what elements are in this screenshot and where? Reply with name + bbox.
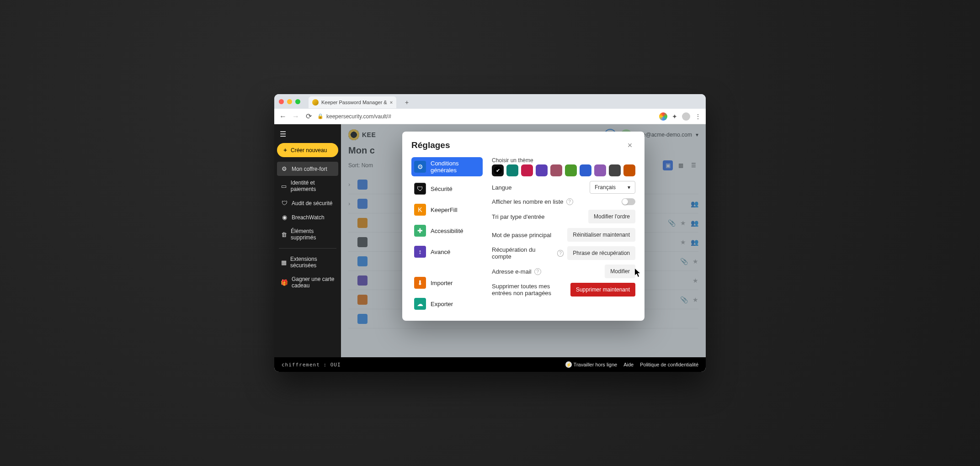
grid-icon: ▦ bbox=[281, 259, 287, 266]
theme-swatch[interactable] bbox=[521, 164, 533, 176]
sidebar-item-label: Mon coffre-fort bbox=[292, 166, 327, 172]
sidebar-item-identity[interactable]: ▭ Identité et paiements bbox=[277, 176, 338, 196]
language-select[interactable]: Français ▾ bbox=[590, 181, 635, 194]
extension-icon[interactable] bbox=[659, 112, 667, 121]
extensions-menu-icon[interactable]: ✦ bbox=[672, 113, 677, 120]
lock-icon: 🔒 bbox=[317, 113, 324, 119]
theme-swatch[interactable] bbox=[565, 164, 577, 176]
chrome-extensions: ✦ ⋮ bbox=[659, 112, 701, 121]
settings-dialog: Réglages × ⚙ Conditions générales 🛡 Sécu… bbox=[402, 132, 644, 321]
status-bar: chiffrement : OUI ⚡Travailler hors ligne… bbox=[274, 357, 706, 372]
sidebar-item-label: Identité et paiements bbox=[291, 180, 335, 192]
settings-form: Choisir un thème bbox=[492, 157, 635, 312]
settings-tab-security[interactable]: 🛡 Sécurité bbox=[411, 180, 483, 197]
help-icon[interactable]: ? bbox=[566, 198, 573, 205]
close-icon[interactable]: × bbox=[624, 140, 635, 151]
browser-tab[interactable]: Keeper Password Manager & × bbox=[309, 96, 396, 108]
new-tab-button[interactable]: + bbox=[402, 97, 412, 107]
sidebar-item-deleted[interactable]: 🗑 Éléments supprimés bbox=[277, 224, 338, 244]
language-value: Français bbox=[595, 184, 616, 191]
email-label: Adresse e-mail bbox=[492, 268, 532, 275]
sidebar: ☰ ＋ Créer nouveau ⚙ Mon coffre-fort ▭ Id… bbox=[274, 124, 341, 357]
target-icon: ◉ bbox=[281, 214, 288, 221]
recovery-phrase-button[interactable]: Phrase de récupération bbox=[567, 246, 635, 260]
theme-swatch[interactable] bbox=[492, 164, 504, 176]
sidebar-item-breachwatch[interactable]: ◉ BreachWatch bbox=[277, 210, 338, 224]
help-icon[interactable]: ? bbox=[534, 268, 541, 275]
master-password-label: Mot de passe principal bbox=[492, 232, 564, 238]
reset-master-button[interactable]: Réinitialiser maintenant bbox=[567, 228, 635, 242]
theme-label: Choisir un thème bbox=[492, 157, 635, 164]
profile-icon[interactable] bbox=[682, 112, 690, 121]
theme-swatch[interactable] bbox=[594, 164, 606, 176]
help-icon[interactable]: ? bbox=[557, 250, 564, 257]
main-pane: KEE ✓ jane@acme-demo.com ▾ Mon c Sort: N… bbox=[341, 124, 706, 357]
accessibility-icon: ✚ bbox=[414, 225, 426, 237]
settings-tab-keeperfill[interactable]: K KeeperFill bbox=[411, 201, 483, 218]
browser-window: Keeper Password Manager & × + ← → ⟳ 🔒 ke… bbox=[274, 94, 706, 372]
tab-label: Sécurité bbox=[431, 185, 480, 192]
settings-nav: ⚙ Conditions générales 🛡 Sécurité K Keep… bbox=[411, 157, 483, 312]
tab-label: Conditions générales bbox=[431, 160, 480, 174]
tab-label: Accessibilité bbox=[431, 228, 480, 234]
chevron-down-icon: ▾ bbox=[628, 184, 630, 191]
theme-swatch[interactable] bbox=[536, 164, 548, 176]
back-button[interactable]: ← bbox=[279, 112, 287, 121]
settings-tab-export[interactable]: ☁ Exporter bbox=[411, 295, 483, 312]
privacy-link[interactable]: Politique de confidentialité bbox=[640, 362, 698, 367]
trash-icon: 🗑 bbox=[281, 231, 287, 238]
advanced-icon: ↕ bbox=[414, 246, 426, 258]
delete-now-button[interactable]: Supprimer maintenant bbox=[570, 283, 635, 297]
sidebar-item-label: Extensions sécurisées bbox=[290, 256, 335, 269]
help-link[interactable]: Aide bbox=[623, 362, 634, 367]
maximize-window-icon[interactable] bbox=[295, 99, 300, 104]
tab-close-icon[interactable]: × bbox=[390, 100, 393, 105]
theme-swatch[interactable] bbox=[506, 164, 518, 176]
edit-email-button[interactable]: Modifier bbox=[605, 265, 635, 278]
reload-button[interactable]: ⟳ bbox=[304, 112, 313, 121]
sidebar-item-vault[interactable]: ⚙ Mon coffre-fort bbox=[277, 162, 338, 176]
url-text: keepersecurity.com/vault/# bbox=[326, 113, 391, 120]
offline-icon: ⚡ bbox=[565, 361, 572, 368]
theme-swatch[interactable] bbox=[550, 164, 562, 176]
create-button[interactable]: ＋ Créer nouveau bbox=[277, 143, 338, 157]
menu-icon[interactable]: ☰ bbox=[277, 128, 338, 143]
minimize-window-icon[interactable] bbox=[287, 99, 292, 104]
edit-order-button[interactable]: Modifier l'ordre bbox=[588, 210, 635, 223]
offline-link[interactable]: Travailler hors ligne bbox=[574, 362, 618, 367]
close-window-icon[interactable] bbox=[279, 99, 284, 104]
address-bar[interactable]: 🔒 keepersecurity.com/vault/# bbox=[317, 113, 655, 120]
tab-label: KeeperFill bbox=[431, 207, 480, 213]
tab-label: Exporter bbox=[431, 301, 480, 307]
sidebar-item-gift-card[interactable]: 🎁 Gagner une carte cadeau bbox=[277, 272, 338, 292]
settings-tab-advanced[interactable]: ↕ Avancé bbox=[411, 243, 483, 260]
language-label: Langue bbox=[492, 184, 586, 191]
theme-swatch[interactable] bbox=[580, 164, 591, 176]
tab-label: Importer bbox=[431, 280, 480, 286]
import-icon: ⬇ bbox=[414, 277, 426, 289]
forward-button[interactable]: → bbox=[292, 112, 300, 121]
sidebar-item-label: Audit de sécurité bbox=[292, 200, 332, 207]
mouse-cursor-icon bbox=[634, 269, 641, 278]
settings-tab-accessibility[interactable]: ✚ Accessibilité bbox=[411, 222, 483, 239]
shield-icon: 🛡 bbox=[414, 183, 426, 195]
settings-tab-import[interactable]: ⬇ Importer bbox=[411, 274, 483, 291]
sidebar-item-security-audit[interactable]: 🛡 Audit de sécurité bbox=[277, 196, 338, 210]
account-recovery-label: Récupération du compte bbox=[492, 246, 554, 260]
settings-tab-general[interactable]: ⚙ Conditions générales bbox=[411, 157, 483, 176]
shield-icon: 🛡 bbox=[281, 200, 288, 207]
chrome-tab-strip: Keeper Password Manager & × + bbox=[274, 94, 706, 109]
tab-title: Keeper Password Manager & bbox=[321, 100, 387, 105]
export-icon: ☁ bbox=[414, 298, 426, 310]
tab-favicon bbox=[312, 99, 319, 106]
list-numbers-toggle[interactable] bbox=[622, 198, 635, 205]
delete-all-label: Supprimer toutes mes entrées non partagé… bbox=[492, 283, 567, 297]
sidebar-item-secure-extensions[interactable]: ▦ Extensions sécurisées bbox=[277, 252, 338, 272]
theme-swatch[interactable] bbox=[609, 164, 621, 176]
keeperfill-icon: K bbox=[414, 204, 426, 216]
gear-icon: ⚙ bbox=[414, 161, 426, 173]
theme-swatch[interactable] bbox=[623, 164, 635, 176]
chrome-menu-icon[interactable]: ⋮ bbox=[695, 113, 701, 120]
plus-icon: ＋ bbox=[282, 146, 288, 154]
sidebar-item-label: Éléments supprimés bbox=[291, 228, 335, 241]
